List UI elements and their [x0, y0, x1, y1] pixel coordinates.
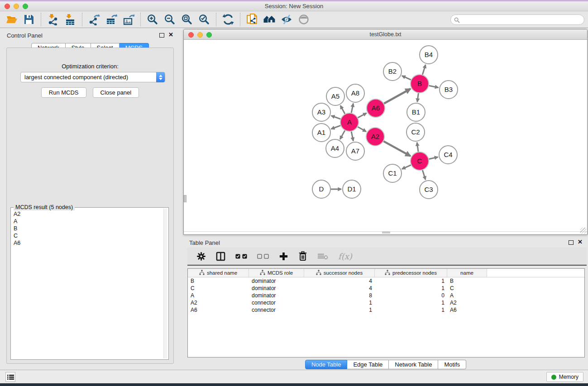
import-table-icon[interactable]: [64, 13, 76, 26]
mcds-result-item[interactable]: A2: [12, 210, 163, 218]
table-cell[interactable]: 1: [375, 306, 447, 314]
mcds-result-item[interactable]: A6: [12, 239, 163, 247]
node-D[interactable]: D: [312, 180, 330, 198]
node-A1[interactable]: A1: [312, 124, 330, 142]
close-window-button[interactable]: [5, 4, 10, 9]
zoom-out-icon[interactable]: [163, 13, 176, 26]
table-cell[interactable]: C: [447, 285, 487, 292]
close-panel-icon[interactable]: ✕: [168, 31, 173, 38]
refresh-icon[interactable]: [222, 13, 234, 26]
edge-A-A7[interactable]: [351, 132, 353, 141]
node-table[interactable]: shared nameMCDS rolesuccessor nodesprede…: [187, 268, 585, 357]
zoom-fit-icon[interactable]: [181, 13, 193, 26]
table-cell[interactable]: 1: [375, 285, 447, 292]
show-view-icon[interactable]: [297, 13, 310, 26]
node-C[interactable]: C: [411, 152, 429, 170]
edge-C-C3[interactable]: [422, 170, 425, 180]
edge-B-B4[interactable]: [422, 65, 425, 75]
column-header-predecessor-nodes[interactable]: predecessor nodes: [375, 269, 447, 277]
network-hscroll-thumb[interactable]: [382, 231, 390, 234]
network-zoom-button[interactable]: [206, 32, 212, 38]
node-A6[interactable]: A6: [367, 99, 385, 117]
column-header-MCDS-role[interactable]: MCDS role: [249, 269, 304, 277]
edge-A-A5[interactable]: [340, 105, 345, 114]
table-cell[interactable]: 4: [304, 277, 375, 285]
minimize-window-button[interactable]: [14, 4, 19, 9]
node-B2[interactable]: B2: [383, 62, 402, 81]
node-A2[interactable]: A2: [366, 128, 384, 146]
table-cell[interactable]: connector: [249, 306, 304, 314]
table-cell[interactable]: 0: [375, 292, 447, 299]
close-panel-button[interactable]: Close panel: [93, 87, 139, 98]
table-cell[interactable]: C: [188, 285, 249, 292]
tab-edge-table[interactable]: Edge Table: [347, 360, 389, 369]
table-row[interactable]: A6connector11A6: [188, 306, 584, 314]
mcds-result-item[interactable]: A: [12, 218, 163, 225]
float-panel-icon[interactable]: [159, 33, 164, 38]
home-icon[interactable]: [263, 13, 276, 26]
node-A5[interactable]: A5: [326, 87, 344, 105]
edge-B-B1[interactable]: [417, 93, 418, 102]
split-panel-icon[interactable]: [216, 252, 225, 261]
table-cell[interactable]: A2: [447, 299, 487, 306]
edge-A-A1[interactable]: [331, 125, 341, 129]
column-header-successor-nodes[interactable]: successor nodes: [304, 269, 375, 277]
node-A3[interactable]: A3: [312, 103, 330, 121]
table-options-gear-icon[interactable]: [196, 252, 206, 261]
tab-motifs[interactable]: Motifs: [438, 360, 466, 369]
optimization-criterion-dropdown[interactable]: largest connected component (directed): [20, 72, 165, 82]
edge-C-C2[interactable]: [417, 143, 418, 152]
node-C2[interactable]: C2: [406, 123, 425, 141]
column-header-name[interactable]: name: [447, 269, 487, 277]
edge-C-C1[interactable]: [402, 165, 411, 169]
node-C1[interactable]: C1: [383, 164, 402, 182]
table-row[interactable]: Adominator80A: [188, 292, 584, 299]
mcds-result-item[interactable]: B: [12, 225, 163, 232]
table-row[interactable]: A2connector11A2: [188, 299, 584, 306]
network-minimize-button[interactable]: [197, 32, 203, 38]
network-close-button[interactable]: [188, 32, 194, 38]
table-cell[interactable]: 1: [304, 299, 375, 306]
zoom-in-icon[interactable]: [146, 13, 159, 26]
zoom-selected-icon[interactable]: [198, 13, 210, 26]
mcds-result-item[interactable]: C: [12, 232, 163, 239]
table-row[interactable]: Cdominator41C: [188, 285, 584, 292]
table-cell[interactable]: 1: [304, 306, 375, 314]
table-cell[interactable]: connector: [249, 299, 304, 306]
table-cell[interactable]: A: [188, 292, 249, 299]
deselect-all-checkboxes-icon[interactable]: [257, 254, 269, 259]
node-B[interactable]: B: [411, 75, 429, 93]
memory-button[interactable]: Memory: [546, 372, 583, 382]
hide-graphics-icon[interactable]: [280, 13, 293, 26]
edge-A-A6[interactable]: [358, 113, 367, 118]
node-A8[interactable]: A8: [346, 84, 364, 102]
run-mcds-button[interactable]: Run MCDS: [41, 87, 86, 98]
add-column-icon[interactable]: [279, 252, 288, 261]
tab-node-table[interactable]: Node Table: [305, 360, 348, 369]
node-A4[interactable]: A4: [326, 139, 344, 157]
window-resize-grip[interactable]: [580, 228, 586, 234]
import-network-icon[interactable]: [47, 13, 59, 26]
node-C3[interactable]: C3: [420, 181, 438, 199]
table-cell[interactable]: A2: [188, 299, 249, 306]
table-cell[interactable]: A: [447, 292, 487, 299]
delete-column-icon[interactable]: [298, 251, 307, 261]
node-B1[interactable]: B1: [407, 103, 425, 121]
share-session-icon[interactable]: [246, 13, 258, 26]
network-canvas[interactable]: B4B2BB3A5A8A6A3B1AA1C2A2A4A7C4CC1C3DD1: [184, 40, 587, 234]
edge-A-A8[interactable]: [351, 104, 353, 113]
table-close-panel-icon[interactable]: ✕: [578, 238, 583, 245]
edge-C-C4[interactable]: [429, 157, 438, 159]
table-cell[interactable]: 1: [375, 277, 447, 285]
network-vscroll-thumb[interactable]: [184, 195, 186, 202]
edge-A6-B[interactable]: [384, 89, 411, 104]
edge-A-A2[interactable]: [358, 127, 366, 131]
table-float-panel-icon[interactable]: [569, 240, 574, 245]
function-builder-icon[interactable]: f(x): [338, 252, 352, 261]
table-cell[interactable]: dominator: [249, 285, 304, 292]
edge-A2-C[interactable]: [383, 141, 410, 156]
open-file-icon[interactable]: [5, 13, 18, 26]
export-image-icon[interactable]: [122, 13, 135, 26]
save-session-icon[interactable]: [23, 13, 35, 26]
node-B3[interactable]: B3: [440, 81, 458, 99]
